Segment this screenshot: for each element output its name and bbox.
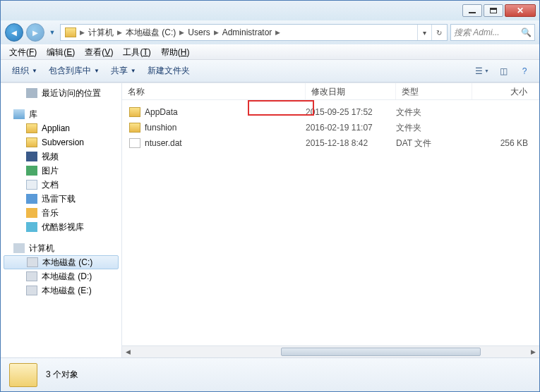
search-placeholder: 搜索 Admi... — [454, 27, 500, 39]
column-headers: 名称 修改日期 类型 大小 — [122, 83, 539, 100]
share-button[interactable]: 共享▼ — [105, 62, 142, 80]
sidebar-item-drive-d[interactable]: 本地磁盘 (D:) — [1, 269, 121, 283]
sidebar-item-video[interactable]: 视频 — [1, 149, 121, 164]
video-icon — [26, 152, 37, 161]
file-size: 256 KB — [472, 138, 539, 148]
file-type: DAT 文件 — [396, 137, 472, 149]
crumb-drive-c[interactable]: 本地磁盘 (C:) — [123, 27, 179, 39]
file-name: funshion — [145, 123, 176, 133]
file-list-pane: 名称 修改日期 类型 大小 AppData 2015-09-25 17:52 文… — [122, 83, 539, 357]
breadcrumb[interactable]: ▶ 计算机 ▶ 本地磁盘 (C:) ▶ Users ▶ Administrato… — [60, 24, 448, 41]
sidebar-item-documents[interactable]: 文档 — [1, 178, 121, 192]
file-type: 文件夹 — [396, 122, 472, 134]
explorer-window: ✕ ◄ ► ▼ ▶ 计算机 ▶ 本地磁盘 (C:) ▶ Users ▶ Admi… — [0, 0, 540, 392]
status-count: 3 个对象 — [46, 369, 78, 381]
column-date[interactable]: 修改日期 — [306, 83, 396, 99]
chevron-right-icon: ▶ — [79, 29, 85, 36]
scroll-thumb[interactable] — [281, 348, 481, 356]
folder-icon — [129, 123, 140, 133]
thunder-icon — [26, 194, 37, 204]
chevron-right-icon: ▶ — [213, 29, 220, 36]
file-row[interactable]: ntuser.dat 2015-12-18 8:42 DAT 文件 256 KB — [122, 135, 539, 151]
chevron-right-icon: ▶ — [179, 29, 185, 36]
address-bar: ◄ ► ▼ ▶ 计算机 ▶ 本地磁盘 (C:) ▶ Users ▶ Admini… — [1, 20, 539, 44]
content-body: 最近访问的位置 库 Applian Subversion 视频 图片 文档 迅雷… — [1, 82, 539, 357]
music-icon — [26, 208, 37, 218]
scroll-right-button[interactable]: ▶ — [527, 346, 539, 357]
sidebar-item-thunder[interactable]: 迅雷下载 — [1, 192, 121, 206]
youku-icon — [26, 222, 37, 232]
titlebar: ✕ — [1, 1, 539, 20]
search-icon: 🔍 — [521, 27, 532, 37]
file-row[interactable]: funshion 2016-02-19 11:07 文件夹 — [122, 120, 539, 135]
crumb-administrator[interactable]: Administrator — [220, 27, 275, 37]
folder-icon — [26, 123, 37, 133]
sidebar-item-pictures[interactable]: 图片 — [1, 164, 121, 178]
crumb-users[interactable]: Users — [185, 27, 212, 37]
status-bar: 3 个对象 — [1, 357, 539, 391]
file-date: 2015-12-18 8:42 — [306, 138, 396, 148]
sidebar-item-subversion[interactable]: Subversion — [1, 135, 121, 149]
sidebar-item-applian[interactable]: Applian — [1, 121, 121, 135]
file-date: 2015-09-25 17:52 — [306, 107, 396, 117]
sidebar-item-recent[interactable]: 最近访问的位置 — [1, 86, 121, 100]
nav-history-dropdown[interactable]: ▼ — [47, 25, 57, 39]
chevron-right-icon: ▶ — [116, 29, 123, 36]
help-button[interactable]: ? — [515, 63, 534, 79]
maximize-button[interactable] — [484, 4, 503, 17]
menu-view[interactable]: 查看(V) — [80, 45, 117, 60]
sidebar-item-youku[interactable]: 优酷影视库 — [1, 220, 121, 234]
drive-icon — [26, 271, 37, 281]
search-input[interactable]: 搜索 Admi... 🔍 — [450, 24, 535, 41]
file-date: 2016-02-19 11:07 — [306, 123, 396, 133]
column-name[interactable]: 名称 — [122, 83, 306, 99]
sidebar-item-drive-c[interactable]: 本地磁盘 (C:) — [4, 255, 119, 269]
column-type[interactable]: 类型 — [396, 83, 472, 99]
folder-icon — [26, 137, 37, 147]
chevron-right-icon: ▶ — [275, 29, 281, 36]
file-name: ntuser.dat — [145, 138, 182, 148]
nav-forward-button[interactable]: ► — [26, 23, 44, 42]
file-name: AppData — [145, 107, 178, 117]
drive-icon — [27, 257, 38, 267]
organize-button[interactable]: 组织▼ — [6, 62, 43, 80]
picture-icon — [26, 166, 37, 176]
toolbar: 组织▼ 包含到库中▼ 共享▼ 新建文件夹 ☰▼ ◫ ? — [1, 60, 539, 82]
preview-pane-button[interactable]: ◫ — [494, 63, 512, 79]
navigation-pane: 最近访问的位置 库 Applian Subversion 视频 图片 文档 迅雷… — [1, 83, 122, 357]
menu-bar: 文件(F) 编辑(E) 查看(V) 工具(T) 帮助(H) — [1, 44, 539, 60]
minimize-button[interactable] — [462, 4, 482, 17]
sidebar-item-drive-e[interactable]: 本地磁盘 (E:) — [1, 283, 121, 298]
close-button[interactable]: ✕ — [505, 4, 536, 17]
file-row[interactable]: AppData 2015-09-25 17:52 文件夹 — [122, 104, 539, 120]
nav-back-button[interactable]: ◄ — [5, 23, 23, 42]
column-size[interactable]: 大小 — [472, 83, 539, 99]
computer-icon — [13, 243, 25, 253]
library-icon — [13, 109, 25, 119]
file-list: AppData 2015-09-25 17:52 文件夹 funshion 20… — [122, 100, 539, 345]
sidebar-item-computer[interactable]: 计算机 — [1, 241, 121, 255]
folder-icon — [129, 107, 140, 117]
document-icon — [26, 180, 37, 190]
view-options-button[interactable]: ☰▼ — [473, 63, 491, 79]
menu-file[interactable]: 文件(F) — [5, 45, 41, 60]
address-dropdown-button[interactable]: ▾ — [417, 25, 431, 40]
folder-icon — [65, 27, 76, 37]
scroll-left-button[interactable]: ◀ — [122, 346, 134, 357]
drive-icon — [26, 286, 37, 295]
folder-icon — [9, 363, 37, 387]
file-icon — [129, 138, 140, 148]
refresh-button[interactable]: ↻ — [431, 25, 445, 40]
menu-help[interactable]: 帮助(H) — [157, 45, 194, 60]
sidebar-item-libraries[interactable]: 库 — [1, 107, 121, 121]
crumb-computer[interactable]: 计算机 — [85, 27, 116, 39]
menu-tools[interactable]: 工具(T) — [119, 45, 155, 60]
file-type: 文件夹 — [396, 106, 472, 118]
horizontal-scrollbar[interactable]: ◀ ▶ — [122, 345, 539, 357]
new-folder-button[interactable]: 新建文件夹 — [142, 62, 196, 80]
recent-icon — [26, 88, 37, 98]
sidebar-item-music[interactable]: 音乐 — [1, 206, 121, 220]
menu-edit[interactable]: 编辑(E) — [42, 45, 79, 60]
include-in-library-button[interactable]: 包含到库中▼ — [43, 62, 105, 80]
